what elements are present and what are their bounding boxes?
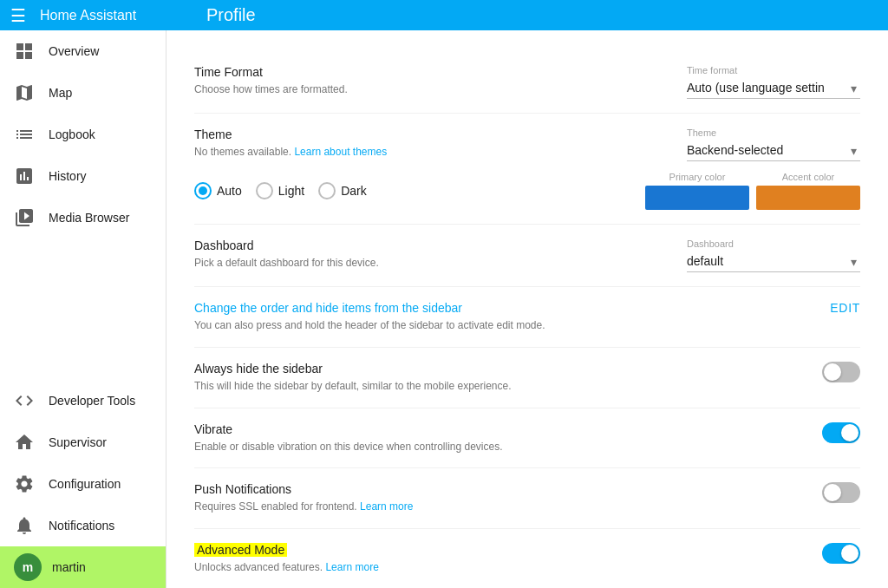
grid-icon xyxy=(14,41,35,62)
sidebar-item-user[interactable]: m martin xyxy=(0,546,166,588)
always-hide-sidebar-info: Always hide the sidebar This will hide t… xyxy=(194,362,628,394)
theme-title: Theme xyxy=(194,127,628,141)
push-notifications-title: Push Notifications xyxy=(194,482,628,496)
sidebar-item-media-browser[interactable]: Media Browser xyxy=(0,197,166,238)
push-notifications-link[interactable]: Learn more xyxy=(360,500,413,513)
sidebar-order-title: Change the order and hide items from the… xyxy=(194,301,628,315)
advanced-mode-control xyxy=(687,543,860,564)
accent-color-label: Accent color xyxy=(782,172,835,182)
theme-light-radio[interactable]: Light xyxy=(256,182,304,199)
sidebar-item-supervisor[interactable]: Supervisor xyxy=(0,421,166,463)
primary-color-swatch[interactable] xyxy=(645,186,749,210)
light-radio-circle xyxy=(256,182,273,199)
time-format-row: Time Format Choose how times are formatt… xyxy=(194,51,860,114)
advanced-mode-row: Advanced Mode Unlocks advanced features.… xyxy=(194,529,860,588)
sidebar-item-map[interactable]: Map xyxy=(0,72,166,114)
list-icon xyxy=(14,124,35,145)
always-hide-sidebar-title: Always hide the sidebar xyxy=(194,362,628,376)
chart-icon xyxy=(14,166,35,186)
dashboard-desc: Pick a default dashboard for this device… xyxy=(194,256,628,271)
sidebar-order-row: Change the order and hide items from the… xyxy=(194,287,860,348)
push-notifications-toggle[interactable] xyxy=(822,482,860,503)
sidebar-label-notifications: Notifications xyxy=(49,519,114,532)
avatar: m xyxy=(14,553,42,581)
theme-dark-radio[interactable]: Dark xyxy=(318,182,367,199)
accent-color-swatch[interactable] xyxy=(756,186,860,210)
topbar: ☰ Home Assistant Profile xyxy=(0,0,888,30)
sidebar-label-map: Map xyxy=(49,86,72,100)
color-swatches: Primary color Accent color xyxy=(645,172,860,210)
vibrate-title: Vibrate xyxy=(194,422,628,436)
dashboard-title: Dashboard xyxy=(194,238,628,252)
advanced-mode-title: Advanced Mode xyxy=(194,543,628,557)
bell-icon xyxy=(14,515,35,536)
theme-desc: No themes available. Learn about themes xyxy=(194,145,628,160)
dashboard-select[interactable]: default xyxy=(687,251,860,272)
vibrate-desc: Enable or disable vibration on this devi… xyxy=(194,440,628,454)
time-format-select-label: Time format xyxy=(687,65,737,75)
menu-icon[interactable]: ☰ xyxy=(10,5,26,26)
media-icon xyxy=(14,207,35,228)
dark-radio-circle xyxy=(318,182,336,199)
theme-auto-radio[interactable]: Auto xyxy=(194,182,242,199)
code-icon xyxy=(14,390,35,411)
theme-mode-group: Auto Light Dark xyxy=(194,182,367,199)
sidebar-label-media-browser: Media Browser xyxy=(49,211,129,225)
sidebar-label-overview: Overview xyxy=(49,44,99,58)
time-format-control: Time format Auto (use language settin 12… xyxy=(687,65,860,99)
page-title: Profile xyxy=(206,5,878,25)
vibrate-control xyxy=(687,422,860,443)
time-format-info: Time Format Choose how times are formatt… xyxy=(194,65,628,97)
sidebar-item-developer-tools[interactable]: Developer Tools xyxy=(0,380,166,421)
sidebar-label-user: martin xyxy=(52,560,86,574)
always-hide-sidebar-control xyxy=(687,362,860,382)
push-notifications-control xyxy=(687,482,860,503)
sidebar-label-history: History xyxy=(49,169,87,183)
primary-color-label: Primary color xyxy=(669,172,726,182)
sidebar: Overview Map Logbook History Media Brows xyxy=(0,30,166,588)
sidebar-item-history[interactable]: History xyxy=(0,155,166,197)
main-content: Time Format Choose how times are formatt… xyxy=(166,30,888,588)
sidebar-item-logbook[interactable]: Logbook xyxy=(0,114,166,155)
theme-info: Theme No themes available. Learn about t… xyxy=(194,127,628,160)
theme-section: Theme No themes available. Learn about t… xyxy=(194,114,860,225)
sidebar-label-developer-tools: Developer Tools xyxy=(49,394,135,408)
advanced-mode-info: Advanced Mode Unlocks advanced features.… xyxy=(194,543,628,575)
time-format-select[interactable]: Auto (use language settin 12-hour 24-hou… xyxy=(687,77,860,99)
theme-learn-link[interactable]: Learn about themes xyxy=(294,146,387,158)
vibrate-row: Vibrate Enable or disable vibration on t… xyxy=(194,408,860,469)
sidebar-label-supervisor: Supervisor xyxy=(49,435,107,449)
dashboard-row: Dashboard Pick a default dashboard for t… xyxy=(194,225,860,287)
app-title: Home Assistant xyxy=(40,8,206,23)
dashboard-info: Dashboard Pick a default dashboard for t… xyxy=(194,238,628,271)
always-hide-sidebar-toggle[interactable] xyxy=(822,362,860,382)
dashboard-control: Dashboard default xyxy=(687,238,860,272)
sidebar-order-info: Change the order and hide items from the… xyxy=(194,301,628,333)
advanced-mode-desc: Unlocks advanced features. Learn more xyxy=(194,560,628,575)
vibrate-info: Vibrate Enable or disable vibration on t… xyxy=(194,422,628,454)
sidebar-order-control: EDIT xyxy=(687,301,860,315)
advanced-mode-link[interactable]: Learn more xyxy=(325,561,378,573)
edit-sidebar-button[interactable]: EDIT xyxy=(830,301,860,315)
map-icon xyxy=(14,82,35,103)
supervisor-icon xyxy=(14,432,35,453)
auto-radio-circle xyxy=(194,182,212,199)
sidebar-item-configuration[interactable]: Configuration xyxy=(0,463,166,505)
push-notifications-desc: Requires SSL enabled for frontend. Learn… xyxy=(194,500,628,514)
sidebar-item-notifications[interactable]: Notifications xyxy=(0,505,166,546)
sidebar-order-desc: You can also press and hold the header o… xyxy=(194,318,628,333)
advanced-mode-toggle[interactable] xyxy=(822,543,860,564)
sidebar-label-configuration: Configuration xyxy=(49,477,121,491)
theme-select[interactable]: Backend-selected xyxy=(687,140,860,161)
dashboard-select-label: Dashboard xyxy=(687,238,734,249)
sidebar-item-overview[interactable]: Overview xyxy=(0,30,166,72)
time-format-desc: Choose how times are formatted. xyxy=(194,82,628,97)
push-notifications-row: Push Notifications Requires SSL enabled … xyxy=(194,468,860,529)
always-hide-sidebar-desc: This will hide the sidebar by default, s… xyxy=(194,379,628,394)
push-notifications-info: Push Notifications Requires SSL enabled … xyxy=(194,482,628,514)
theme-select-label: Theme xyxy=(687,127,716,138)
vibrate-toggle[interactable] xyxy=(822,422,860,443)
time-format-title: Time Format xyxy=(194,65,628,79)
always-hide-sidebar-row: Always hide the sidebar This will hide t… xyxy=(194,348,860,408)
settings-icon xyxy=(14,474,35,494)
